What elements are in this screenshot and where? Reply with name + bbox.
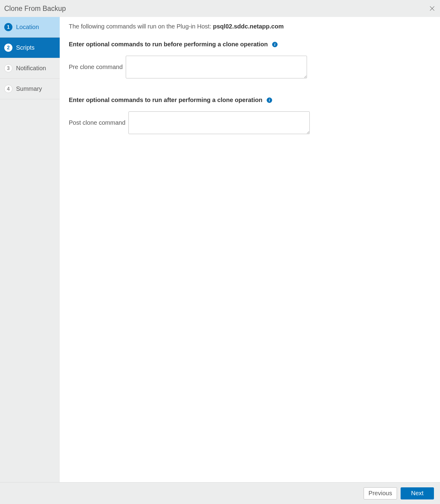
info-icon[interactable]: i [267, 97, 272, 103]
plugin-host-description: The following commands will run on the P… [69, 23, 431, 30]
pre-clone-heading: Enter optional commands to run before pe… [69, 41, 431, 48]
pre-clone-command-label: Pre clone command [69, 64, 123, 71]
pre-clone-command-input[interactable] [126, 56, 307, 78]
info-icon[interactable]: i [272, 42, 278, 47]
wizard-step-summary: 4 Summary [0, 79, 60, 99]
post-clone-command-label: Post clone command [69, 119, 125, 126]
step-label: Summary [16, 85, 42, 92]
post-clone-command-input[interactable] [128, 111, 310, 134]
next-button[interactable]: Next [401, 487, 434, 499]
previous-button[interactable]: Previous [364, 487, 397, 499]
plugin-host-prefix: The following commands will run on the P… [69, 23, 213, 30]
step-number-badge: 1 [4, 23, 12, 31]
step-label: Notification [16, 65, 46, 72]
wizard-content-panel: The following commands will run on the P… [60, 17, 440, 482]
post-clone-heading: Enter optional commands to run after per… [69, 97, 431, 104]
wizard-step-notification: 3 Notification [0, 58, 60, 79]
close-button[interactable] [428, 5, 436, 12]
wizard-step-scripts[interactable]: 2 Scripts [0, 38, 60, 58]
step-number-badge: 3 [4, 64, 12, 72]
wizard-footer: Previous Next [0, 482, 440, 504]
step-number-badge: 2 [4, 44, 12, 52]
step-label: Scripts [16, 44, 35, 51]
dialog-title: Clone From Backup [4, 5, 66, 13]
dialog-header: Clone From Backup [0, 0, 440, 17]
step-number-badge: 4 [4, 85, 12, 93]
step-label: Location [16, 24, 39, 31]
post-clone-heading-text: Enter optional commands to run after per… [69, 97, 262, 104]
wizard-step-location[interactable]: 1 Location [0, 17, 60, 38]
close-icon [429, 5, 435, 12]
pre-clone-heading-text: Enter optional commands to run before pe… [69, 41, 268, 48]
plugin-host-name: psql02.sddc.netapp.com [213, 23, 284, 30]
wizard-steps-sidebar: 1 Location 2 Scripts 3 Notification 4 Su… [0, 17, 60, 482]
